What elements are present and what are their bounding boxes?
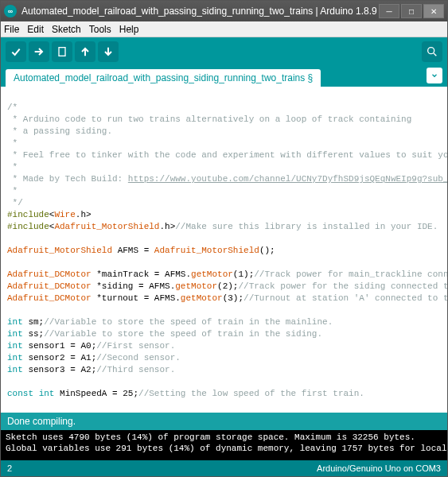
console-line: Global variables use 291 bytes (14%) of … <box>6 444 447 453</box>
output-console[interactable]: Sketch uses 4790 bytes (14%) of program … <box>1 430 447 460</box>
magnifier-icon <box>426 45 438 58</box>
footer-bar: 2 Arduino/Genuino Uno on COM3 <box>1 460 447 476</box>
upload-button[interactable] <box>29 41 49 62</box>
code-line: * Arduino code to run two trains alterna… <box>7 114 411 124</box>
menu-edit[interactable]: Edit <box>27 24 44 35</box>
status-bar: Done compiling. <box>1 413 447 430</box>
arrow-up-icon <box>79 45 92 58</box>
code-token: Adafruit_DCMotor <box>7 270 92 279</box>
arduino-ide-window: ∞ Automated_model_railroad_with_passing_… <box>0 0 448 477</box>
code-url: https://www.youtube.com/channel/UCNy7Dyf… <box>128 174 447 184</box>
code-token: Adafruit_DCMotor <box>7 293 92 303</box>
code-line: * <box>7 162 23 172</box>
maximize-button[interactable]: □ <box>401 4 422 18</box>
new-button[interactable] <box>52 41 72 62</box>
save-button[interactable] <box>98 41 119 62</box>
serial-monitor-button[interactable] <box>422 41 442 62</box>
code-token: Adafruit_MotorShield <box>7 246 112 255</box>
code-editor[interactable]: /* * Arduino code to run two trains alte… <box>1 87 447 413</box>
code-token: #include <box>7 210 49 219</box>
line-number: 2 <box>7 463 12 473</box>
toolbar <box>1 37 447 66</box>
tab-dropdown-button[interactable] <box>427 68 442 83</box>
minimize-button[interactable]: ─ <box>379 4 399 18</box>
code-line: * <box>7 138 23 148</box>
code-token: int <box>7 365 23 374</box>
menu-file[interactable]: File <box>4 24 19 35</box>
verify-button[interactable] <box>6 41 26 62</box>
code-line: */ <box>7 198 23 207</box>
code-line: * Feel free to tinker with the code and … <box>7 150 447 160</box>
chevron-down-icon <box>430 72 438 80</box>
menu-sketch[interactable]: Sketch <box>52 24 81 35</box>
code-token: int <box>7 317 23 327</box>
code-token: Adafruit_DCMotor <box>7 281 92 291</box>
code-line: /* <box>7 103 18 112</box>
code-token: int <box>7 329 23 339</box>
sketch-tab[interactable]: Automated_model_railroad_with_passing_si… <box>6 69 321 87</box>
code-line: * a passing siding. <box>7 126 112 136</box>
arrow-down-icon <box>102 45 115 58</box>
menu-help[interactable]: Help <box>119 24 139 35</box>
window-title: Automated_model_railroad_with_passing_si… <box>21 6 379 17</box>
svg-line-2 <box>434 53 436 56</box>
file-icon <box>56 45 68 58</box>
console-line: Sketch uses 4790 bytes (14%) of program … <box>6 432 415 442</box>
close-button[interactable]: ✕ <box>423 4 444 18</box>
svg-rect-0 <box>59 48 65 56</box>
code-token: const <box>7 389 33 398</box>
code-line: * Made by Tech Build: <box>7 174 128 184</box>
code-token: int <box>7 341 23 351</box>
code-token: #include <box>7 222 49 231</box>
code-line: * <box>7 186 23 196</box>
svg-point-1 <box>428 48 434 54</box>
titlebar[interactable]: ∞ Automated_model_railroad_with_passing_… <box>1 1 447 21</box>
board-port-info: Arduino/Genuino Uno on COM3 <box>317 463 441 473</box>
code-token: int <box>7 353 23 363</box>
menubar: File Edit Sketch Tools Help <box>1 21 447 37</box>
check-icon <box>10 45 22 58</box>
status-text: Done compiling. <box>7 416 76 427</box>
open-button[interactable] <box>75 41 95 62</box>
arduino-icon: ∞ <box>4 5 17 17</box>
menu-tools[interactable]: Tools <box>89 24 111 35</box>
arrow-right-icon <box>33 45 45 58</box>
tabbar: Automated_model_railroad_with_passing_si… <box>1 66 447 87</box>
